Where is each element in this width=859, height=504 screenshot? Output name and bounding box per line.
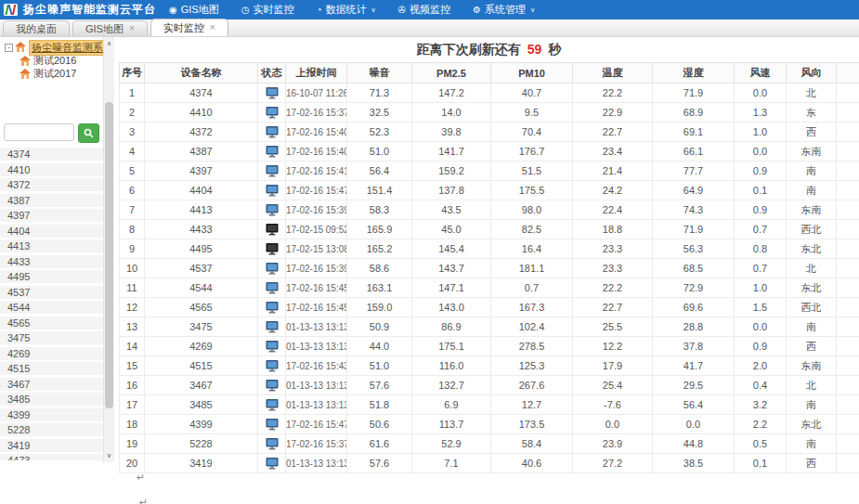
device-list-item[interactable]: 3485	[0, 393, 103, 406]
nav-item-system-management[interactable]: ⚙系统管理∨	[473, 3, 535, 17]
monitor-online-icon	[266, 282, 279, 294]
tab-my-desktop[interactable]: 我的桌面	[3, 20, 70, 36]
tab-realtime-monitor[interactable]: 实时监控×	[150, 19, 228, 36]
cell-serial: 17	[120, 395, 145, 415]
table-row[interactable]: 64404 17-02-16 15:47:54151.4137.8175.524…	[120, 181, 859, 200]
monitor-online-icon	[266, 204, 279, 216]
table-row[interactable]: 54397 17-02-16 15:41:0156.4159.251.521.4…	[120, 162, 859, 181]
cell-pm10: 102.4	[491, 317, 573, 337]
cell-wind-speed: 0.0	[735, 84, 787, 103]
device-list-item[interactable]: 4565	[0, 317, 103, 330]
table-row[interactable]: 74413 17-02-16 15:39:2858.343.598.022.47…	[120, 200, 859, 220]
device-list-item[interactable]: 4397	[0, 209, 103, 222]
top-nav: 扬尘噪声智能监测云平台 ◉GIS地图◷实时监控◔数据统计∨✇视频监控⚙系统管理∨	[0, 0, 859, 19]
table-row[interactable]: 154515 17-02-16 15:43:1051.0116.0125.317…	[120, 356, 859, 376]
cell-serial: 4	[120, 142, 145, 162]
table-row[interactable]: 144269 01-13-13 13:13:1344.0175.1278.512…	[120, 337, 859, 356]
cell-pm25: 147.1	[412, 278, 491, 298]
table-row[interactable]: 124565 17-02-16 15:45:24159.0143.0167.32…	[120, 298, 859, 317]
device-list-item[interactable]: 4374	[0, 148, 103, 161]
cell-device-name: 4495	[145, 239, 258, 259]
cell-device-name: 4515	[145, 356, 258, 376]
tab-gis-map[interactable]: GIS地图×	[72, 20, 148, 36]
table-row[interactable]: 104537 17-02-16 15:39:3458.6143.7181.123…	[120, 259, 859, 278]
cell-status	[258, 162, 286, 181]
cell-humidity: 71.9	[653, 84, 735, 103]
table-row[interactable]: 195228 17-02-16 15:37:0061.652.958.423.9…	[120, 434, 859, 454]
nav-item-gis-map[interactable]: ◉GIS地图	[169, 3, 219, 17]
table-row[interactable]: 203419 01-13-13 13:13:1357.67.140.627.23…	[120, 454, 859, 473]
search-input[interactable]	[4, 123, 74, 141]
monitor-offline-icon	[266, 243, 279, 255]
table-row[interactable]: 14374 16-10-07 11:26:0271.3147.240.722.2…	[120, 84, 859, 103]
device-list-item[interactable]: 5228	[0, 423, 103, 436]
device-list-item[interactable]: 3467	[0, 378, 103, 391]
close-icon[interactable]: ×	[129, 24, 135, 33]
table-row[interactable]: 184399 17-02-16 15:47:4550.6113.7173.50.…	[120, 415, 859, 434]
cell-temperature: 17.9	[573, 356, 653, 376]
tree-node[interactable]: 测试2017	[20, 68, 101, 80]
gis-map-icon: ◉	[169, 6, 177, 15]
cell-status	[258, 220, 286, 239]
device-list-item[interactable]: 4399	[0, 408, 103, 421]
table-row[interactable]: 44387 17-02-16 15:40:1151.0141.7176.723.…	[120, 142, 859, 162]
cell-humidity: 29.5	[653, 376, 735, 395]
cell-report-time: 01-13-13 13:13:13	[286, 337, 347, 356]
device-list-item[interactable]: 4269	[0, 347, 103, 360]
tree-root-node[interactable]: - 扬尘噪音监测系统	[5, 42, 101, 54]
col-wind-direction: 风向	[787, 63, 837, 84]
device-list-item[interactable]: 4515	[0, 362, 103, 375]
cell-wind-direction: 北	[787, 259, 837, 278]
tree-node[interactable]: 测试2016	[20, 55, 101, 67]
cell-report-time: 17-02-16 15:39:28	[286, 200, 347, 220]
cell-spacer	[837, 103, 859, 123]
scroll-down-icon[interactable]: ∨	[104, 452, 114, 459]
device-list-item[interactable]: 4473	[0, 454, 103, 460]
cell-status	[258, 103, 286, 123]
device-list-item[interactable]: 3419	[0, 439, 103, 452]
device-list-item[interactable]: 4404	[0, 225, 103, 238]
device-list-item[interactable]: 3475	[0, 331, 103, 344]
monitor-online-icon	[266, 87, 279, 99]
cell-status	[258, 181, 286, 200]
nav-menu: ◉GIS地图◷实时监控◔数据统计∨✇视频监控⚙系统管理∨	[169, 3, 535, 17]
cell-humidity: 71.9	[653, 220, 735, 239]
cell-status	[258, 415, 286, 434]
device-list-item[interactable]: 4495	[0, 270, 103, 283]
cell-status	[258, 239, 286, 259]
device-list-item[interactable]: 4544	[0, 301, 103, 314]
table-row[interactable]: 84433 17-02-15 09:52:37165.945.082.518.8…	[120, 220, 859, 239]
cell-pm10: 278.5	[491, 337, 573, 356]
device-list-item[interactable]: 4413	[0, 239, 103, 252]
search-icon	[84, 128, 94, 138]
scroll-up-icon[interactable]: ∧	[104, 40, 114, 47]
table-row[interactable]: 114544 17-02-16 15:45:59163.1147.10.722.…	[120, 278, 859, 298]
device-list-item[interactable]: 4410	[0, 163, 103, 176]
device-list-item[interactable]: 4372	[0, 178, 103, 191]
device-list-item[interactable]: 4537	[0, 286, 103, 299]
cell-pm10: 40.6	[491, 454, 573, 473]
scrollbar-thumb[interactable]	[105, 102, 113, 408]
nav-item-data-statistics[interactable]: ◔数据统计∨	[316, 3, 375, 17]
table-header-row: 序号设备名称状态上报时间噪音PM2.5PM10温度湿度风速风向	[120, 63, 859, 84]
table-row[interactable]: 173485 01-13-13 13:13:1351.86.912.7-7.65…	[120, 395, 859, 415]
cell-wind-speed: 2.0	[735, 356, 787, 376]
cell-humidity: 69.1	[653, 123, 735, 142]
table-row[interactable]: 94495 17-02-15 13:08:14165.2145.416.423.…	[120, 239, 859, 259]
cell-wind-direction: 东南	[787, 356, 837, 376]
table-row[interactable]: 133475 01-13-13 13:13:1350.986.9102.425.…	[120, 317, 859, 337]
cell-pm25: 137.8	[412, 181, 491, 200]
search-button[interactable]	[78, 123, 99, 143]
close-icon[interactable]: ×	[210, 23, 215, 32]
col-wind-speed: 风速	[735, 63, 787, 84]
nav-item-video-monitor[interactable]: ✇视频监控	[398, 3, 450, 17]
return-mark-partial: ↵	[139, 497, 148, 504]
collapse-icon[interactable]: -	[5, 44, 13, 52]
nav-item-realtime-monitor[interactable]: ◷实时监控	[241, 3, 294, 17]
sidebar-scrollbar[interactable]: ∧ ∨	[103, 37, 114, 462]
table-row[interactable]: 34372 17-02-16 15:40:0052.339.870.422.76…	[120, 123, 859, 142]
table-row[interactable]: 163467 01-13-13 13:13:1357.6132.7267.625…	[120, 376, 859, 395]
device-list-item[interactable]: 4433	[0, 255, 103, 268]
table-row[interactable]: 24410 17-02-16 15:37:3832.514.09.522.968…	[120, 103, 859, 123]
device-list-item[interactable]: 4387	[0, 194, 103, 207]
